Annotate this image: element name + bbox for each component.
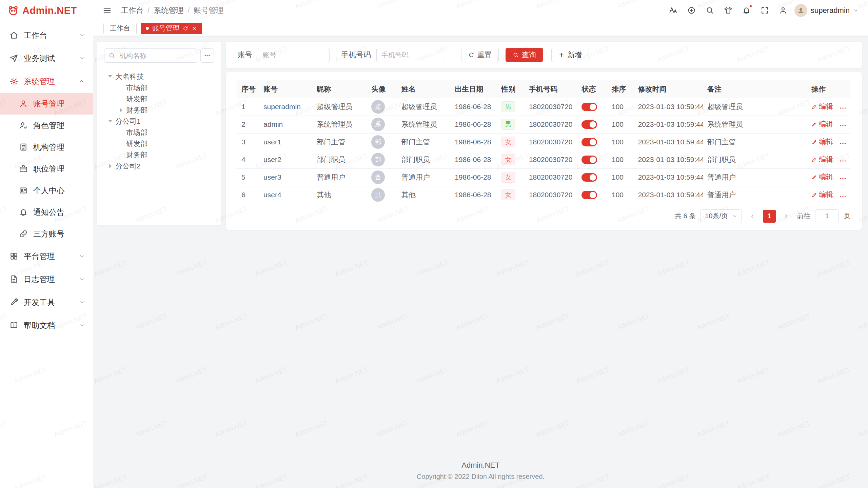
column-header-modified: 修改时间 bbox=[634, 80, 703, 98]
search-button[interactable]: 查询 bbox=[506, 48, 543, 62]
user-menu[interactable]: superadmin bbox=[794, 4, 859, 17]
page-footer: Admin.NET Copyright © 2022 Dilon All rig… bbox=[93, 461, 868, 481]
phone-input[interactable] bbox=[376, 48, 444, 62]
toggle-knob bbox=[590, 192, 596, 198]
gender-cell: 男 bbox=[497, 116, 525, 133]
layout-settings-icon[interactable] bbox=[779, 6, 787, 15]
tab-workbench[interactable]: 工作台 bbox=[103, 23, 137, 34]
sidebar-item-workbench[interactable]: 工作台 bbox=[0, 24, 93, 47]
breadcrumb-item[interactable]: 系统管理 bbox=[154, 5, 183, 16]
more-actions-button[interactable] bbox=[839, 140, 847, 147]
tree-node[interactable]: 分公司2 bbox=[104, 160, 214, 171]
sidebar-item-organization-management[interactable]: 机构管理 bbox=[0, 136, 93, 158]
search-icon[interactable] bbox=[706, 6, 714, 15]
sidebar-item-account-management[interactable]: 账号管理 bbox=[0, 93, 93, 115]
sidebar-item-label: 开发工具 bbox=[24, 297, 55, 308]
avatar-cell: 部 bbox=[367, 133, 397, 151]
tree-node-label: 财务部 bbox=[126, 150, 147, 160]
status-toggle[interactable] bbox=[581, 120, 597, 129]
sidebar-item-help-docs[interactable]: 帮助文档 bbox=[0, 314, 93, 337]
status-toggle[interactable] bbox=[581, 173, 597, 182]
tree-node-label: 分公司2 bbox=[115, 161, 141, 171]
sidebar-item-label: 日志管理 bbox=[24, 274, 55, 285]
more-actions-button[interactable] bbox=[839, 175, 847, 182]
menu-collapse-icon[interactable] bbox=[103, 6, 112, 15]
gender-badge: 女 bbox=[501, 172, 515, 183]
theme-icon[interactable] bbox=[724, 6, 732, 15]
tree-node[interactable]: 市场部 bbox=[104, 127, 214, 138]
refresh-icon bbox=[468, 52, 474, 58]
sidebar-item-role-management[interactable]: 角色管理 bbox=[0, 115, 93, 136]
edit-button[interactable]: 编辑 bbox=[811, 137, 833, 146]
edit-button[interactable]: 编辑 bbox=[811, 172, 833, 182]
org-search-input[interactable] bbox=[104, 48, 197, 63]
goto-page-input[interactable] bbox=[815, 209, 839, 223]
page-size-select[interactable]: 10条/页 bbox=[701, 209, 742, 223]
sidebar-item-log-management[interactable]: 日志管理 bbox=[0, 268, 93, 291]
status-cell bbox=[577, 98, 608, 116]
tree-node[interactable]: 分公司1 bbox=[104, 116, 214, 127]
sidebar-item-system-management[interactable]: 系统管理 bbox=[0, 70, 93, 93]
page-number-current[interactable]: 1 bbox=[763, 210, 776, 223]
prev-page-button[interactable] bbox=[747, 210, 758, 222]
sidebar-item-label: 账号管理 bbox=[33, 99, 64, 109]
fullscreen-icon[interactable] bbox=[761, 6, 769, 15]
more-actions-button[interactable] bbox=[839, 104, 847, 112]
reset-button[interactable]: 重置 bbox=[461, 48, 499, 62]
nickname-cell: 系统管理员 bbox=[313, 116, 367, 133]
avatar-cell: 超 bbox=[367, 98, 397, 116]
org-more-button[interactable] bbox=[200, 48, 214, 63]
more-actions-button[interactable] bbox=[839, 157, 847, 165]
status-toggle[interactable] bbox=[581, 191, 597, 199]
refresh-icon[interactable] bbox=[183, 26, 188, 31]
sidebar-item-platform-management[interactable]: 平台管理 bbox=[0, 245, 93, 268]
more-actions-button[interactable] bbox=[839, 122, 847, 129]
sidebar-item-position-management[interactable]: 职位管理 bbox=[0, 158, 93, 180]
status-toggle[interactable] bbox=[581, 156, 597, 164]
sidebar-item-label: 职位管理 bbox=[33, 164, 64, 174]
edit-button[interactable]: 编辑 bbox=[811, 190, 833, 199]
name-cell: 部门主管 bbox=[397, 133, 451, 151]
bell-icon[interactable] bbox=[742, 6, 751, 15]
tree-node[interactable]: 研发部 bbox=[104, 138, 214, 149]
sidebar-item-business-test[interactable]: 业务测试 bbox=[0, 47, 93, 70]
user-icon bbox=[19, 99, 28, 108]
breadcrumb-item[interactable]: 工作台 bbox=[121, 5, 143, 16]
avatar: 普 bbox=[371, 170, 385, 184]
birth_date-cell: 1986-06-28 bbox=[451, 133, 497, 151]
tree-node[interactable]: 财务部 bbox=[104, 104, 214, 116]
sidebar-item-personal-center[interactable]: 个人中心 bbox=[0, 180, 93, 201]
index-cell: 2 bbox=[237, 116, 259, 133]
top-header: 工作台 / 系统管理 / 账号管理 superadmin bbox=[93, 0, 868, 21]
account-input[interactable] bbox=[258, 48, 330, 62]
modified-cell: 2023-01-03 10:59:44 bbox=[634, 98, 703, 116]
column-header-remark: 备注 bbox=[703, 80, 807, 98]
sidebar-item-third-party-accounts[interactable]: 三方账号 bbox=[0, 223, 93, 245]
add-button[interactable]: 新增 bbox=[551, 48, 589, 62]
edit-pencil-icon bbox=[811, 157, 817, 162]
link-icon bbox=[19, 229, 28, 238]
status-toggle[interactable] bbox=[581, 103, 597, 111]
ops-cell: 编辑 bbox=[807, 133, 850, 151]
tree-node[interactable]: 财务部 bbox=[104, 149, 214, 160]
sort-cell: 100 bbox=[608, 151, 634, 168]
column-header-ops: 操作 bbox=[807, 80, 850, 98]
tab-account-management[interactable]: 账号管理 bbox=[141, 23, 202, 34]
sidebar-item-notifications[interactable]: 通知公告 bbox=[0, 201, 93, 223]
tree-node[interactable]: 研发部 bbox=[104, 93, 214, 104]
zoom-icon[interactable] bbox=[687, 6, 696, 15]
tree-node[interactable]: 市场部 bbox=[104, 82, 214, 93]
sidebar-item-dev-tools[interactable]: 开发工具 bbox=[0, 291, 93, 314]
column-header-status: 状态 bbox=[577, 80, 608, 98]
edit-button[interactable]: 编辑 bbox=[811, 119, 833, 129]
close-icon[interactable] bbox=[192, 26, 197, 31]
query-bar: 账号 手机号码 重置 查询 新增 bbox=[226, 42, 862, 68]
tree-node[interactable]: 大名科技 bbox=[104, 71, 214, 82]
next-page-button[interactable] bbox=[781, 210, 792, 222]
edit-button[interactable]: 编辑 bbox=[811, 102, 833, 111]
ops-cell: 编辑 bbox=[807, 168, 850, 186]
more-actions-button[interactable] bbox=[839, 192, 847, 200]
status-toggle[interactable] bbox=[581, 138, 597, 146]
font-size-icon[interactable] bbox=[669, 6, 677, 15]
edit-button[interactable]: 编辑 bbox=[811, 155, 833, 164]
